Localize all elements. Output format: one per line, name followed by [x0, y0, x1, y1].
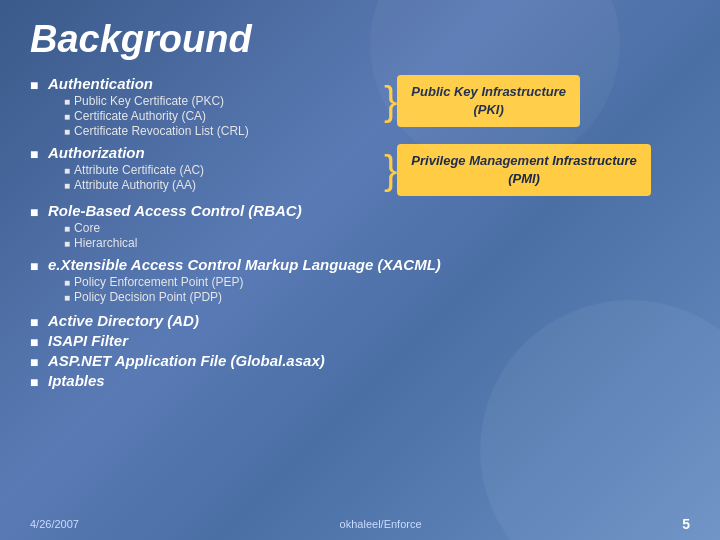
pki-line1: Public Key Infrastructure	[411, 84, 566, 99]
sub-dot-pdp: ■	[64, 292, 70, 303]
sub-label-crl: Certificate Revocation List (CRL)	[74, 124, 249, 138]
authorization-section: ■ Authorization ■ Attribute Certificate …	[30, 144, 690, 196]
sub-dot-core: ■	[64, 223, 70, 234]
sub-dot-ac: ■	[64, 165, 70, 176]
sub-dot-ca: ■	[64, 111, 70, 122]
sub-bullet-crl: ■ Certificate Revocation List (CRL)	[64, 124, 370, 138]
authentication-subbullets: ■ Public Key Certificate (PKC) ■ Certifi…	[64, 94, 370, 138]
footer-author: okhaleel/Enforce	[340, 518, 422, 530]
pki-line2: (PKI)	[473, 102, 503, 117]
authentication-section: ■ Authentication ■ Public Key Certificat…	[30, 75, 690, 138]
bullet-dot-aspnet: ■	[30, 354, 42, 370]
rbac-title: Role-Based Access Control (RBAC)	[48, 202, 690, 219]
bullet-dot-xacml: ■	[30, 258, 42, 274]
sub-dot-crl: ■	[64, 126, 70, 137]
xacml-subbullets: ■ Policy Enforcement Point (PEP) ■ Polic…	[64, 275, 690, 304]
pmi-badge: Privilege Management Infrastructure (PMI…	[397, 144, 650, 196]
bottom-bullets: ■ Active Directory (AD) ■ ISAPI Filter ■…	[30, 312, 690, 391]
sub-dot-pkc: ■	[64, 96, 70, 107]
authorization-subbullets: ■ Attribute Certificate (AC) ■ Attribute…	[64, 163, 370, 192]
bottom-bullet-isapi: ■ ISAPI Filter	[30, 332, 690, 351]
footer-page: 5	[682, 516, 690, 532]
bullet-dot-iptables: ■	[30, 374, 42, 390]
pki-badge-container: } Public Key Infrastructure (PKI)	[370, 75, 690, 127]
pmi-bracket: }	[384, 150, 397, 190]
pmi-line1: Privilege Management Infrastructure	[411, 153, 636, 168]
sub-label-pkc: Public Key Certificate (PKC)	[74, 94, 224, 108]
xacml-content: e.Xtensible Access Control Markup Langua…	[48, 256, 690, 304]
sub-bullet-ac: ■ Attribute Certificate (AC)	[64, 163, 370, 177]
sub-bullet-core: ■ Core	[64, 221, 690, 235]
pki-badge: Public Key Infrastructure (PKI)	[397, 75, 580, 127]
bottom-bullet-iptables: ■ Iptables	[30, 372, 690, 391]
bottom-label-iptables: Iptables	[48, 372, 105, 389]
rbac-section: ■ Role-Based Access Control (RBAC) ■ Cor…	[30, 202, 690, 250]
authorization-title: Authorization	[48, 144, 370, 161]
sub-label-ac: Attribute Certificate (AC)	[74, 163, 204, 177]
authentication-title: Authentication	[48, 75, 370, 92]
authorization-bullet: ■ Authorization ■ Attribute Certificate …	[30, 144, 370, 192]
sub-bullet-pdp: ■ Policy Decision Point (PDP)	[64, 290, 690, 304]
sub-label-pep: Policy Enforcement Point (PEP)	[74, 275, 243, 289]
authorization-content: Authorization ■ Attribute Certificate (A…	[48, 144, 370, 192]
sub-bullet-ca: ■ Certificate Authority (CA)	[64, 109, 370, 123]
pki-bracket: }	[384, 81, 397, 121]
sub-label-core: Core	[74, 221, 100, 235]
bullet-dot-rbac: ■	[30, 204, 42, 220]
sub-bullet-aa: ■ Attribute Authority (AA)	[64, 178, 370, 192]
authentication-bullet: ■ Authentication ■ Public Key Certificat…	[30, 75, 370, 138]
authentication-left: ■ Authentication ■ Public Key Certificat…	[30, 75, 370, 138]
pmi-line2: (PMI)	[508, 171, 540, 186]
bullet-dot-auth: ■	[30, 77, 42, 93]
bullet-dot-authz: ■	[30, 146, 42, 162]
sub-bullet-hierarchical: ■ Hierarchical	[64, 236, 690, 250]
sub-dot-pep: ■	[64, 277, 70, 288]
bottom-label-aspnet: ASP.NET Application File (Global.asax)	[48, 352, 325, 369]
sub-bullet-pep: ■ Policy Enforcement Point (PEP)	[64, 275, 690, 289]
slide: Background ■ Authentication ■ Public Key…	[0, 0, 720, 540]
bottom-bullet-aspnet: ■ ASP.NET Application File (Global.asax)	[30, 352, 690, 371]
bottom-label-isapi: ISAPI Filter	[48, 332, 128, 349]
slide-title: Background	[30, 18, 690, 61]
bottom-label-ad: Active Directory (AD)	[48, 312, 199, 329]
sub-bullet-pkc: ■ Public Key Certificate (PKC)	[64, 94, 370, 108]
slide-footer: 4/26/2007 okhaleel/Enforce 5	[30, 516, 690, 532]
sub-label-ca: Certificate Authority (CA)	[74, 109, 206, 123]
slide-content: ■ Authentication ■ Public Key Certificat…	[30, 75, 690, 391]
rbac-content: Role-Based Access Control (RBAC) ■ Core …	[48, 202, 690, 250]
bullet-dot-isapi: ■	[30, 334, 42, 350]
pmi-badge-container: } Privilege Management Infrastructure (P…	[370, 144, 690, 196]
sub-dot-aa: ■	[64, 180, 70, 191]
xacml-title: e.Xtensible Access Control Markup Langua…	[48, 256, 690, 273]
authentication-content: Authentication ■ Public Key Certificate …	[48, 75, 370, 138]
authorization-left: ■ Authorization ■ Attribute Certificate …	[30, 144, 370, 192]
sub-label-aa: Attribute Authority (AA)	[74, 178, 196, 192]
rbac-subbullets: ■ Core ■ Hierarchical	[64, 221, 690, 250]
sub-label-hierarchical: Hierarchical	[74, 236, 137, 250]
bottom-bullet-ad: ■ Active Directory (AD)	[30, 312, 690, 331]
bullet-dot-ad: ■	[30, 314, 42, 330]
sub-dot-hierarchical: ■	[64, 238, 70, 249]
xacml-section: ■ e.Xtensible Access Control Markup Lang…	[30, 256, 690, 304]
footer-date: 4/26/2007	[30, 518, 79, 530]
sub-label-pdp: Policy Decision Point (PDP)	[74, 290, 222, 304]
